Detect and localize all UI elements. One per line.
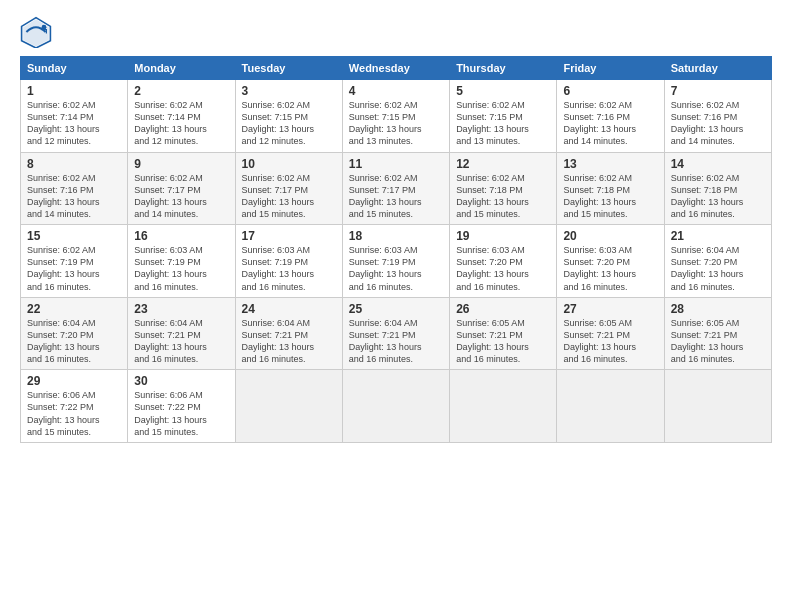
day-info: Sunrise: 6:02 AM Sunset: 7:15 PM Dayligh…	[456, 99, 550, 148]
calendar-cell	[450, 370, 557, 443]
calendar-cell: 28Sunrise: 6:05 AM Sunset: 7:21 PM Dayli…	[664, 297, 771, 370]
day-number: 13	[563, 157, 657, 171]
day-number: 22	[27, 302, 121, 316]
day-info: Sunrise: 6:04 AM Sunset: 7:21 PM Dayligh…	[134, 317, 228, 366]
day-number: 23	[134, 302, 228, 316]
calendar-cell: 9Sunrise: 6:02 AM Sunset: 7:17 PM Daylig…	[128, 152, 235, 225]
calendar-cell: 2Sunrise: 6:02 AM Sunset: 7:14 PM Daylig…	[128, 80, 235, 153]
calendar-cell: 23Sunrise: 6:04 AM Sunset: 7:21 PM Dayli…	[128, 297, 235, 370]
day-number: 10	[242, 157, 336, 171]
day-info: Sunrise: 6:03 AM Sunset: 7:20 PM Dayligh…	[563, 244, 657, 293]
calendar-cell: 24Sunrise: 6:04 AM Sunset: 7:21 PM Dayli…	[235, 297, 342, 370]
calendar-cell: 25Sunrise: 6:04 AM Sunset: 7:21 PM Dayli…	[342, 297, 449, 370]
calendar-cell: 5Sunrise: 6:02 AM Sunset: 7:15 PM Daylig…	[450, 80, 557, 153]
page: SundayMondayTuesdayWednesdayThursdayFrid…	[0, 0, 792, 612]
calendar-cell: 21Sunrise: 6:04 AM Sunset: 7:20 PM Dayli…	[664, 225, 771, 298]
calendar-header-monday: Monday	[128, 57, 235, 80]
calendar-cell: 29Sunrise: 6:06 AM Sunset: 7:22 PM Dayli…	[21, 370, 128, 443]
calendar-cell	[342, 370, 449, 443]
day-number: 18	[349, 229, 443, 243]
day-number: 14	[671, 157, 765, 171]
calendar-header-tuesday: Tuesday	[235, 57, 342, 80]
calendar-cell: 4Sunrise: 6:02 AM Sunset: 7:15 PM Daylig…	[342, 80, 449, 153]
day-info: Sunrise: 6:02 AM Sunset: 7:17 PM Dayligh…	[134, 172, 228, 221]
day-info: Sunrise: 6:02 AM Sunset: 7:16 PM Dayligh…	[671, 99, 765, 148]
calendar-header-row: SundayMondayTuesdayWednesdayThursdayFrid…	[21, 57, 772, 80]
day-number: 7	[671, 84, 765, 98]
day-info: Sunrise: 6:02 AM Sunset: 7:16 PM Dayligh…	[563, 99, 657, 148]
svg-point-2	[42, 25, 47, 30]
day-info: Sunrise: 6:02 AM Sunset: 7:17 PM Dayligh…	[242, 172, 336, 221]
calendar-week-2: 8Sunrise: 6:02 AM Sunset: 7:16 PM Daylig…	[21, 152, 772, 225]
day-info: Sunrise: 6:05 AM Sunset: 7:21 PM Dayligh…	[563, 317, 657, 366]
day-number: 17	[242, 229, 336, 243]
day-number: 27	[563, 302, 657, 316]
calendar-header-friday: Friday	[557, 57, 664, 80]
calendar-cell	[557, 370, 664, 443]
day-info: Sunrise: 6:02 AM Sunset: 7:18 PM Dayligh…	[671, 172, 765, 221]
day-info: Sunrise: 6:02 AM Sunset: 7:16 PM Dayligh…	[27, 172, 121, 221]
calendar-cell: 7Sunrise: 6:02 AM Sunset: 7:16 PM Daylig…	[664, 80, 771, 153]
calendar-cell: 22Sunrise: 6:04 AM Sunset: 7:20 PM Dayli…	[21, 297, 128, 370]
calendar-cell: 15Sunrise: 6:02 AM Sunset: 7:19 PM Dayli…	[21, 225, 128, 298]
day-number: 29	[27, 374, 121, 388]
day-number: 26	[456, 302, 550, 316]
day-info: Sunrise: 6:02 AM Sunset: 7:14 PM Dayligh…	[27, 99, 121, 148]
day-number: 5	[456, 84, 550, 98]
calendar-cell: 19Sunrise: 6:03 AM Sunset: 7:20 PM Dayli…	[450, 225, 557, 298]
day-info: Sunrise: 6:05 AM Sunset: 7:21 PM Dayligh…	[671, 317, 765, 366]
day-number: 21	[671, 229, 765, 243]
day-number: 28	[671, 302, 765, 316]
calendar-cell: 13Sunrise: 6:02 AM Sunset: 7:18 PM Dayli…	[557, 152, 664, 225]
day-info: Sunrise: 6:03 AM Sunset: 7:19 PM Dayligh…	[242, 244, 336, 293]
calendar-header-sunday: Sunday	[21, 57, 128, 80]
day-number: 15	[27, 229, 121, 243]
calendar-cell: 1Sunrise: 6:02 AM Sunset: 7:14 PM Daylig…	[21, 80, 128, 153]
day-number: 16	[134, 229, 228, 243]
day-number: 2	[134, 84, 228, 98]
calendar-header-saturday: Saturday	[664, 57, 771, 80]
calendar-week-5: 29Sunrise: 6:06 AM Sunset: 7:22 PM Dayli…	[21, 370, 772, 443]
calendar-cell: 17Sunrise: 6:03 AM Sunset: 7:19 PM Dayli…	[235, 225, 342, 298]
day-number: 9	[134, 157, 228, 171]
day-info: Sunrise: 6:04 AM Sunset: 7:20 PM Dayligh…	[27, 317, 121, 366]
calendar-cell: 30Sunrise: 6:06 AM Sunset: 7:22 PM Dayli…	[128, 370, 235, 443]
day-info: Sunrise: 6:03 AM Sunset: 7:20 PM Dayligh…	[456, 244, 550, 293]
day-info: Sunrise: 6:04 AM Sunset: 7:21 PM Dayligh…	[242, 317, 336, 366]
calendar-cell: 11Sunrise: 6:02 AM Sunset: 7:17 PM Dayli…	[342, 152, 449, 225]
calendar-cell: 27Sunrise: 6:05 AM Sunset: 7:21 PM Dayli…	[557, 297, 664, 370]
day-info: Sunrise: 6:02 AM Sunset: 7:14 PM Dayligh…	[134, 99, 228, 148]
calendar-cell: 6Sunrise: 6:02 AM Sunset: 7:16 PM Daylig…	[557, 80, 664, 153]
day-number: 8	[27, 157, 121, 171]
day-number: 1	[27, 84, 121, 98]
day-info: Sunrise: 6:02 AM Sunset: 7:17 PM Dayligh…	[349, 172, 443, 221]
calendar-header-thursday: Thursday	[450, 57, 557, 80]
calendar-cell: 12Sunrise: 6:02 AM Sunset: 7:18 PM Dayli…	[450, 152, 557, 225]
day-info: Sunrise: 6:04 AM Sunset: 7:20 PM Dayligh…	[671, 244, 765, 293]
day-info: Sunrise: 6:02 AM Sunset: 7:15 PM Dayligh…	[242, 99, 336, 148]
day-info: Sunrise: 6:03 AM Sunset: 7:19 PM Dayligh…	[349, 244, 443, 293]
day-number: 4	[349, 84, 443, 98]
calendar-cell: 16Sunrise: 6:03 AM Sunset: 7:19 PM Dayli…	[128, 225, 235, 298]
day-number: 19	[456, 229, 550, 243]
calendar-week-4: 22Sunrise: 6:04 AM Sunset: 7:20 PM Dayli…	[21, 297, 772, 370]
day-number: 30	[134, 374, 228, 388]
day-info: Sunrise: 6:03 AM Sunset: 7:19 PM Dayligh…	[134, 244, 228, 293]
day-info: Sunrise: 6:05 AM Sunset: 7:21 PM Dayligh…	[456, 317, 550, 366]
day-number: 25	[349, 302, 443, 316]
day-number: 3	[242, 84, 336, 98]
calendar-cell: 10Sunrise: 6:02 AM Sunset: 7:17 PM Dayli…	[235, 152, 342, 225]
calendar-cell: 8Sunrise: 6:02 AM Sunset: 7:16 PM Daylig…	[21, 152, 128, 225]
header	[20, 16, 772, 48]
calendar-table: SundayMondayTuesdayWednesdayThursdayFrid…	[20, 56, 772, 443]
day-info: Sunrise: 6:02 AM Sunset: 7:18 PM Dayligh…	[456, 172, 550, 221]
day-info: Sunrise: 6:06 AM Sunset: 7:22 PM Dayligh…	[134, 389, 228, 438]
calendar-cell	[664, 370, 771, 443]
calendar-header-wednesday: Wednesday	[342, 57, 449, 80]
day-info: Sunrise: 6:02 AM Sunset: 7:15 PM Dayligh…	[349, 99, 443, 148]
logo	[20, 16, 58, 48]
calendar-cell: 14Sunrise: 6:02 AM Sunset: 7:18 PM Dayli…	[664, 152, 771, 225]
calendar-cell	[235, 370, 342, 443]
day-number: 12	[456, 157, 550, 171]
calendar-cell: 20Sunrise: 6:03 AM Sunset: 7:20 PM Dayli…	[557, 225, 664, 298]
